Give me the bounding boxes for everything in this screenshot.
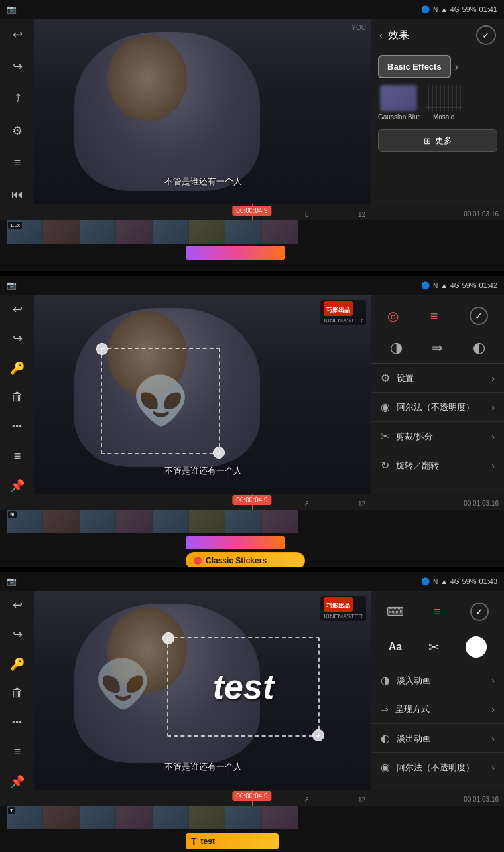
bluetooth-icon: 🔵	[421, 5, 430, 14]
kinemaster-label: KINEMASTER	[324, 317, 363, 324]
subtitle-1: 不管是谁还有一个人	[164, 176, 242, 188]
rotate-row[interactable]: ↻ 旋转／翻转 ›	[371, 451, 504, 480]
keyboard-tab-icon[interactable]: ⌨	[387, 604, 404, 619]
gaussian-blur-thumb[interactable]: Gaussian Blur	[378, 85, 420, 121]
fade-out-row[interactable]: ◐ 淡出动画 ›	[371, 724, 504, 753]
screenshot-icon-3: 📷	[7, 577, 17, 586]
film-cell	[80, 220, 116, 244]
selection-box-2[interactable]: 👽	[101, 348, 220, 454]
wifi-icon: ▲	[440, 5, 448, 13]
layers-button-2[interactable]: ≡	[5, 448, 30, 464]
present-row[interactable]: ⇒ 呈现方式 ›	[371, 695, 504, 724]
more-button[interactable]: ⊞ 更多	[378, 129, 497, 152]
trash-button-3[interactable]: 🗑	[5, 685, 30, 701]
confirm-button-2[interactable]: ✓	[470, 307, 488, 325]
handle-tl-3[interactable]	[162, 632, 174, 644]
handle-tl[interactable]	[96, 343, 108, 355]
basic-effects-label: Basic Effects	[387, 62, 442, 72]
present-label: 呈现方式	[395, 703, 430, 715]
video-preview-2: 👽 不管是谁还有一个人 巧影出品 KINEMASTER	[34, 295, 371, 494]
alpha-chevron-3: ›	[491, 762, 495, 773]
sticker-tracks-2: Classic Stickers	[186, 536, 504, 567]
settings-icon: ⚙	[12, 123, 23, 138]
share-button[interactable]: ⤴	[5, 90, 30, 108]
confirm-button-3[interactable]: ✓	[470, 603, 489, 621]
time-display-2: 01:42	[479, 281, 497, 289]
font-button[interactable]: Aa	[389, 641, 402, 653]
undo-button-2[interactable]: ↩	[5, 301, 30, 317]
logo-text: 巧影出品	[326, 307, 350, 313]
layers-icon-2: ≡	[14, 449, 21, 463]
track-badge-3: T	[8, 807, 15, 814]
redo-icon-3: ↪	[13, 627, 23, 642]
tab-circle-active[interactable]: ◎	[387, 308, 399, 324]
film-cell	[225, 220, 262, 244]
redo-button-2[interactable]: ↪	[5, 330, 30, 346]
settings-button[interactable]: ⚙	[5, 121, 30, 140]
redo-button-3[interactable]: ↪	[5, 626, 30, 642]
handle-br-3[interactable]	[312, 729, 324, 741]
pin-button[interactable]: 📌	[5, 478, 30, 494]
mosaic-thumb[interactable]: Mosaic	[425, 85, 462, 121]
status-bar-3: 📷 🔵 N ▲ 4G 59% 01:43	[0, 572, 504, 591]
alpha-row-3[interactable]: ◉ 阿尔法（不透明度） ›	[371, 753, 504, 782]
effects-header: ‹ 效果 ✓	[371, 19, 504, 52]
film-cell	[43, 220, 80, 244]
redo-button[interactable]: ↪	[5, 57, 30, 76]
present-icon: ⇒	[381, 704, 389, 715]
rotate-row-content: ↻ 旋转／翻转	[381, 459, 439, 472]
selection-box-3[interactable]: test	[167, 637, 320, 737]
logo-text-3: 巧影出品	[326, 603, 350, 609]
t-label-track[interactable]: T test	[186, 833, 279, 849]
layers-button[interactable]: ≡	[5, 153, 30, 172]
cut-button[interactable]: ✂	[428, 639, 440, 655]
more-icon-3: •••	[12, 718, 23, 727]
status-bar-1: 📷 🔵 N ▲ 4G 59% 01:41	[0, 0, 504, 19]
rewind-icon: ⏮	[11, 188, 23, 202]
toggle-icon-1[interactable]: ◑	[390, 339, 403, 356]
rewind-button[interactable]: ⏮	[5, 186, 30, 204]
basic-effects-button[interactable]: Basic Effects	[378, 55, 451, 78]
more-button-3[interactable]: •••	[5, 715, 30, 731]
back-arrow-icon[interactable]: ‹	[379, 30, 383, 40]
bluetooth-icon-2: 🔵	[421, 281, 430, 290]
key-button-3[interactable]: 🔑	[5, 656, 30, 672]
time-display-1: 01:41	[479, 5, 497, 13]
confirm-button-1[interactable]: ✓	[476, 25, 496, 45]
classic-stickers-track[interactable]: Classic Stickers	[186, 552, 305, 567]
playhead-3	[252, 790, 253, 806]
key-button[interactable]: 🔑	[5, 360, 30, 376]
trash-button[interactable]: 🗑	[5, 390, 30, 405]
film-cell	[116, 220, 153, 244]
pin-button-3[interactable]: 📌	[5, 774, 30, 790]
text-tab-row: ⌨ ≡ ✓	[371, 596, 504, 628]
film-cell-2-3	[80, 510, 116, 533]
ruler-mark-8: 8	[305, 211, 309, 218]
redo-icon: ↪	[13, 59, 23, 74]
toggle-icon-2[interactable]: ⇒	[432, 340, 443, 356]
alpha-row[interactable]: ◉ 阿尔法（不透明度） ›	[371, 393, 504, 422]
undo-icon-3: ↩	[13, 598, 23, 612]
timeline-tracks-2: ⊞ Classic Stickers	[0, 510, 504, 567]
settings-row-icon: ⚙	[381, 372, 390, 384]
video-frame-1: 不管是谁还有一个人 YOU	[34, 19, 371, 204]
video-preview-3: 👽 test 不管是谁还有一个人 巧影出品 KINEMASTER	[34, 591, 371, 790]
status-right: 🔵 N ▲ 4G 59% 01:41	[421, 5, 497, 14]
crop-row[interactable]: ✂ 剪裁/拆分 ›	[371, 422, 504, 451]
undo-button-3[interactable]: ↩	[5, 597, 30, 613]
crop-row-icon: ✂	[381, 430, 389, 443]
layers-button-3[interactable]: ≡	[5, 744, 30, 760]
more-button-2[interactable]: •••	[5, 419, 30, 435]
tab-list[interactable]: ≡	[430, 309, 438, 324]
test-text-overlay: test	[213, 667, 274, 707]
handle-br[interactable]	[213, 447, 225, 459]
settings-row-content: ⚙ 设置	[381, 372, 414, 384]
end-time-2: 00:01:03.16	[464, 500, 499, 507]
undo-button[interactable]: ↩	[5, 25, 30, 44]
fade-in-row[interactable]: ◑ 淡入动画 ›	[371, 666, 504, 695]
list-tab-icon[interactable]: ≡	[434, 605, 441, 619]
settings-row[interactable]: ⚙ 设置 ›	[371, 364, 504, 393]
toggle-icon-3[interactable]: ◐	[473, 339, 485, 356]
color-circle-button[interactable]	[466, 636, 487, 658]
film-cell-3-1: T	[7, 806, 43, 829]
